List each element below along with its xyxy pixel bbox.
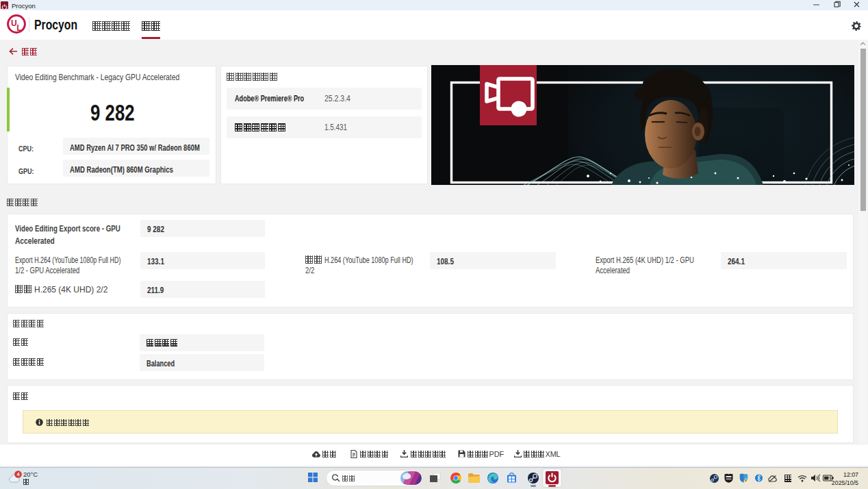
svg-text:L: L — [16, 23, 22, 32]
